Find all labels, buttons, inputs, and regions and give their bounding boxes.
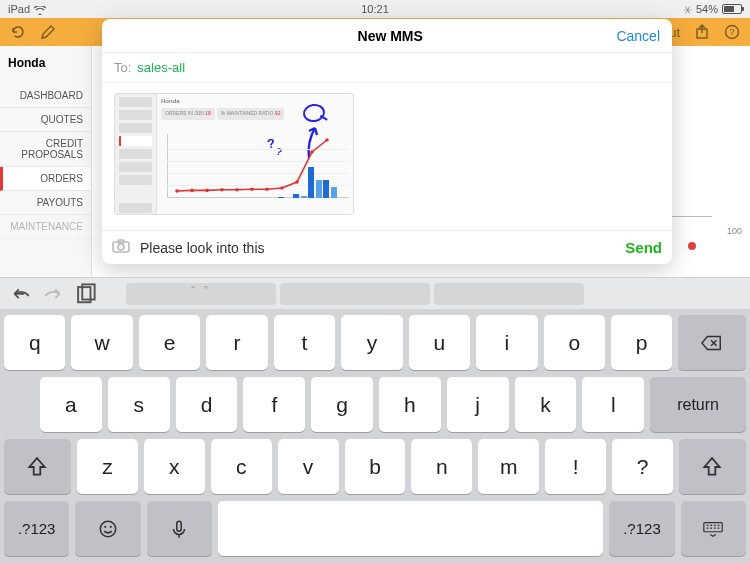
edit-icon[interactable] (40, 24, 56, 40)
thumb-pill-orders: ORDERS IN JUN 18 (161, 108, 215, 120)
suggestion-bar (126, 283, 584, 305)
key-t[interactable]: t (274, 315, 335, 370)
key-b[interactable]: b (345, 439, 406, 494)
space-key[interactable] (218, 501, 603, 556)
share-icon[interactable] (694, 24, 710, 40)
svg-point-9 (265, 187, 269, 191)
key-p[interactable]: p (611, 315, 672, 370)
key-d[interactable]: d (176, 377, 238, 432)
brand: Honda (0, 46, 91, 84)
key-question[interactable]: ? (612, 439, 673, 494)
suggestion[interactable] (434, 283, 584, 305)
dismiss-keyboard-key[interactable] (681, 501, 746, 556)
key-r[interactable]: r (206, 315, 267, 370)
key-n[interactable]: n (411, 439, 472, 494)
cancel-button[interactable]: Cancel (616, 28, 660, 44)
key-u[interactable]: u (409, 315, 470, 370)
numeric-key[interactable]: .?123 (609, 501, 674, 556)
axis-label-100: 100 (727, 226, 742, 236)
dictation-key[interactable] (147, 501, 212, 556)
svg-point-11 (295, 180, 299, 184)
thumb-chart (167, 134, 349, 208)
key-e[interactable]: e (139, 315, 200, 370)
emoji-key[interactable] (75, 501, 140, 556)
sidebar-item-dashboard[interactable]: DASHBOARD (0, 84, 91, 108)
return-key[interactable]: return (650, 377, 746, 432)
key-exclaim[interactable]: ! (545, 439, 606, 494)
suggestion[interactable] (126, 283, 276, 305)
sidebar-item-payouts[interactable]: PAYOUTS (0, 191, 91, 215)
clipboard-icon[interactable] (74, 284, 96, 304)
modal-title: New MMS (358, 28, 423, 44)
key-v[interactable]: v (278, 439, 339, 494)
device-label: iPad (8, 3, 30, 15)
svg-point-15 (118, 244, 124, 250)
key-k[interactable]: k (515, 377, 577, 432)
svg-point-21 (110, 525, 112, 527)
key-z[interactable]: z (77, 439, 138, 494)
axis-tick (672, 216, 712, 217)
key-c[interactable]: c (211, 439, 272, 494)
sidebar-item-maintenance[interactable]: MAINTENANCE (0, 215, 91, 239)
keyboard-toolbar (0, 277, 750, 309)
thumb-pill-ratio: % MAINTAINED RATIO 92 (217, 108, 285, 120)
key-y[interactable]: y (341, 315, 402, 370)
annotation-circle (302, 103, 326, 124)
key-m[interactable]: m (478, 439, 539, 494)
status-bar: iPad 10:21 ⚹ 54% (0, 0, 750, 18)
svg-text:?: ? (729, 27, 734, 37)
svg-point-6 (220, 188, 224, 192)
data-point (688, 242, 696, 250)
key-w[interactable]: w (71, 315, 132, 370)
keyboard: qwertyuiop asdfghjklreturn zxcvbnm!? .?1… (0, 309, 750, 563)
numeric-key[interactable]: .?123 (4, 501, 69, 556)
svg-point-13 (325, 138, 329, 142)
refresh-icon[interactable] (10, 24, 26, 40)
key-h[interactable]: h (379, 377, 441, 432)
key-a[interactable]: a (40, 377, 102, 432)
attachment-thumbnail[interactable]: Honda ORDERS IN JUN 18 % MAINTAINED RATI… (114, 93, 354, 215)
key-o[interactable]: o (544, 315, 605, 370)
to-label: To: (114, 60, 131, 75)
svg-point-8 (250, 187, 254, 191)
battery-pct: 54% (696, 3, 718, 15)
svg-point-19 (100, 521, 115, 536)
svg-point-10 (280, 186, 284, 190)
svg-point-20 (104, 525, 106, 527)
thumb-brand: Honda (161, 98, 180, 104)
to-value: sales-all (137, 60, 185, 75)
svg-point-3 (175, 189, 179, 193)
backspace-key[interactable] (678, 315, 746, 370)
sidebar-item-quotes[interactable]: QUOTES (0, 108, 91, 132)
sidebar-item-credit[interactable]: CREDIT PROPOSALS (0, 132, 91, 167)
wifi-icon (34, 5, 46, 14)
battery-icon (722, 4, 742, 14)
key-g[interactable]: g (311, 377, 373, 432)
svg-point-12 (310, 150, 314, 154)
key-i[interactable]: i (476, 315, 537, 370)
key-j[interactable]: j (447, 377, 509, 432)
key-x[interactable]: x (144, 439, 205, 494)
bluetooth-icon: ⚹ (683, 3, 692, 16)
send-button[interactable]: Send (625, 239, 662, 256)
svg-point-4 (190, 189, 194, 193)
svg-point-7 (235, 188, 239, 192)
undo-icon[interactable] (10, 284, 32, 304)
redo-icon[interactable] (42, 284, 64, 304)
shift-key[interactable] (4, 439, 71, 494)
svg-point-5 (205, 189, 209, 193)
new-mms-modal: New MMS Cancel To: sales-all Honda ORDER… (102, 19, 672, 264)
shift-key[interactable] (679, 439, 746, 494)
key-l[interactable]: l (582, 377, 644, 432)
key-s[interactable]: s (108, 377, 170, 432)
key-q[interactable]: q (4, 315, 65, 370)
svg-rect-23 (704, 522, 722, 531)
key-f[interactable]: f (243, 377, 305, 432)
recipient-row[interactable]: To: sales-all (102, 53, 672, 83)
message-input[interactable]: Please look into this (140, 240, 615, 256)
help-icon[interactable]: ? (724, 24, 740, 40)
camera-icon[interactable] (112, 239, 130, 257)
sidebar-item-orders[interactable]: ORDERS (0, 167, 91, 191)
suggestion[interactable] (280, 283, 430, 305)
app-sidebar: Honda DASHBOARD QUOTES CREDIT PROPOSALS … (0, 46, 92, 278)
